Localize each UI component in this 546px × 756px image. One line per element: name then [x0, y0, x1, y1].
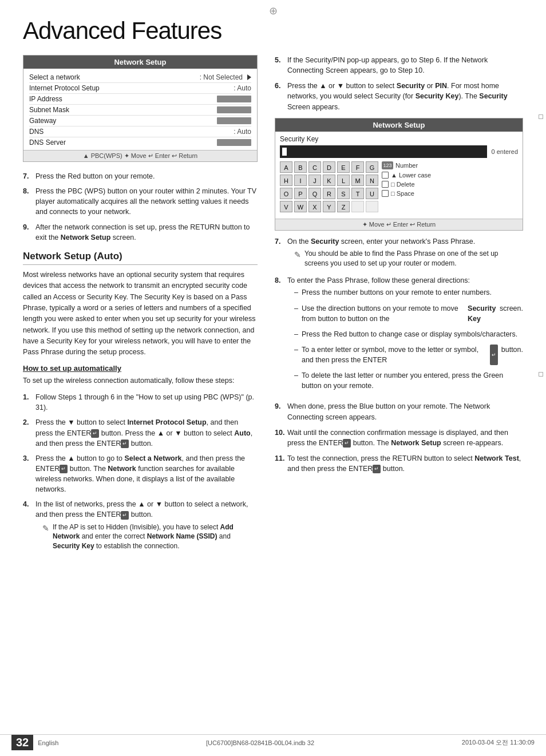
- right-step-8: 8. To enter the Pass Phrase, follow thes…: [275, 275, 523, 396]
- auto-step-4: 4. In the list of networks, press the ▲ …: [23, 499, 258, 553]
- right-margin-mark-top: [539, 114, 543, 119]
- subnet-label: Subnet Mask: [29, 106, 69, 114]
- key-D[interactable]: D: [323, 161, 335, 173]
- subnet-value: [217, 106, 251, 113]
- right-step-6: 6. Press the ▲ or ▼ button to select Sec…: [275, 81, 523, 112]
- auto-step-4-num: 4.: [23, 499, 32, 553]
- auto-step-1: 1. Follow Steps 1 through 6 in the "How …: [23, 392, 258, 413]
- bullet-4: To a enter letter or symbol, move to the…: [294, 345, 523, 365]
- key-B[interactable]: B: [294, 161, 307, 173]
- bullet-2: Use the direction buttons on your remote…: [294, 303, 523, 324]
- key-X[interactable]: X: [308, 201, 321, 212]
- subsection-auto-title: How to set up automatically: [23, 364, 258, 373]
- key-P[interactable]: P: [294, 188, 307, 199]
- key-G[interactable]: G: [366, 161, 378, 173]
- protocol-label: Internet Protocol Setup: [29, 84, 100, 92]
- keyboard-grid: A B C D E F G H I J K: [280, 161, 378, 214]
- page-footer-left: 32 English: [11, 735, 58, 750]
- footer-date: 2010-03-04 오전 11:30:09: [462, 738, 535, 747]
- network-row-gateway: Gateway: [29, 116, 251, 126]
- subnet-pixel-block: [217, 106, 251, 113]
- key-A[interactable]: A: [280, 161, 292, 173]
- right-step-11-text: To test the connection, press the RETURN…: [287, 453, 523, 474]
- key-R[interactable]: R: [323, 188, 335, 199]
- left-column: Network Setup Select a network : Not Sel…: [23, 55, 258, 558]
- right-margin-mark-bottom: [539, 372, 543, 377]
- key-H[interactable]: H: [280, 175, 292, 186]
- keyboard-row-2: H I J K L M N: [280, 175, 378, 186]
- select-network-label: Select a network: [29, 73, 80, 81]
- network-row-dns-server: DNS Server: [29, 137, 251, 148]
- security-box-header: Network Setup: [275, 118, 523, 132]
- auto-steps: 1. Follow Steps 1 through 6 in the "How …: [23, 392, 258, 553]
- key-T[interactable]: T: [351, 188, 364, 199]
- space-option-label: □ Space: [391, 190, 414, 197]
- network-row-subnet: Subnet Mask: [29, 105, 251, 116]
- step-7-text: Press the Red button on your remote.: [35, 171, 155, 181]
- key-K[interactable]: K: [323, 175, 335, 186]
- center-mark-icon: ⊕: [269, 5, 278, 17]
- key-U[interactable]: U: [366, 188, 378, 199]
- key-V[interactable]: V: [280, 201, 292, 212]
- key-Y[interactable]: Y: [323, 201, 335, 212]
- network-row-dns: DNS : Auto: [29, 126, 251, 137]
- step-7: 7. Press the Red button on your remote.: [23, 171, 258, 181]
- security-entered: 0 entered: [492, 148, 518, 155]
- key-O[interactable]: O: [280, 188, 292, 199]
- right-step-11: 11. To test the connection, press the RE…: [275, 453, 523, 474]
- keyboard-area: A B C D E F G H I J K: [280, 161, 518, 216]
- security-key-label: Security Key: [280, 135, 518, 143]
- right-step-9: 9. When done, press the Blue button on y…: [275, 401, 523, 422]
- key-E[interactable]: E: [337, 161, 350, 173]
- key-L[interactable]: L: [337, 175, 350, 186]
- gateway-value: [217, 117, 251, 124]
- auto-step-1-num: 1.: [23, 392, 32, 413]
- protocol-value: : Auto: [234, 84, 251, 92]
- auto-step-2-text: Press the ▼ button to select Internet Pr…: [35, 417, 258, 448]
- step-9-num: 9.: [23, 222, 32, 243]
- network-row-protocol: Internet Protocol Setup : Auto: [29, 83, 251, 94]
- section-auto-body: Most wireless networks have an optional …: [23, 270, 258, 358]
- ip-value: [217, 96, 251, 102]
- key-S[interactable]: S: [337, 188, 350, 199]
- right-step-5: 5. If the Security/PIN pop-up appears, g…: [275, 55, 523, 76]
- security-box-body: Security Key 0 entered A B C D: [275, 132, 523, 219]
- right-step-7-num: 7.: [275, 236, 284, 271]
- select-network-value: : Not Selected: [200, 73, 251, 81]
- initial-steps: 7. Press the Red button on your remote. …: [23, 171, 258, 243]
- network-box-footer: ▲ PBC(WPS) ✦ Move ↵ Enter ↩ Return: [23, 150, 257, 161]
- network-setup-box-top: Network Setup Select a network : Not Sel…: [23, 55, 258, 162]
- gateway-label: Gateway: [29, 117, 56, 125]
- section-auto-title: Network Setup (Auto): [23, 251, 258, 265]
- bullet-3: Press the Red button to change case or d…: [294, 329, 523, 339]
- key-Q[interactable]: Q: [308, 188, 321, 199]
- right-step-6-text: Press the ▲ or ▼ button to select Securi…: [287, 81, 523, 112]
- lowercase-option-icon: [382, 172, 389, 179]
- delete-option-label: □ Delete: [391, 181, 415, 188]
- auto-step-4-note: ✎ If the AP is set to Hidden (Invisible)…: [42, 523, 258, 551]
- arrow-right-icon: [247, 74, 251, 80]
- keyboard-row-3: O P Q R S T U: [280, 188, 378, 199]
- network-row-select: Select a network : Not Selected: [29, 72, 251, 83]
- ip-pixel-block: [217, 96, 251, 102]
- key-blank1[interactable]: [351, 201, 364, 212]
- key-F[interactable]: F: [351, 161, 364, 173]
- key-M[interactable]: M: [351, 175, 364, 186]
- key-W[interactable]: W: [294, 201, 307, 212]
- right-step-7: 7. On the Security screen, enter your ne…: [275, 236, 523, 271]
- key-I[interactable]: I: [294, 175, 307, 186]
- security-input-field[interactable]: [280, 145, 487, 158]
- key-J[interactable]: J: [308, 175, 321, 186]
- key-C[interactable]: C: [308, 161, 321, 173]
- key-blank2[interactable]: [366, 201, 378, 212]
- right-step-7-content: On the Security screen, enter your netwo…: [287, 236, 523, 271]
- right-step-9-num: 9.: [275, 401, 284, 422]
- key-Z[interactable]: Z: [337, 201, 350, 212]
- right-step-5-text: If the Security/PIN pop-up appears, go t…: [287, 55, 523, 76]
- right-step-8-content: To enter the Pass Phrase, follow these g…: [287, 275, 523, 396]
- key-N[interactable]: N: [366, 175, 378, 186]
- page-title: Advanced Features: [23, 17, 523, 45]
- right-step-7-note: ✎ You should be able to find the Pass Ph…: [294, 249, 523, 268]
- option-space: □ Space: [382, 190, 431, 197]
- dns-server-label: DNS Server: [29, 138, 66, 147]
